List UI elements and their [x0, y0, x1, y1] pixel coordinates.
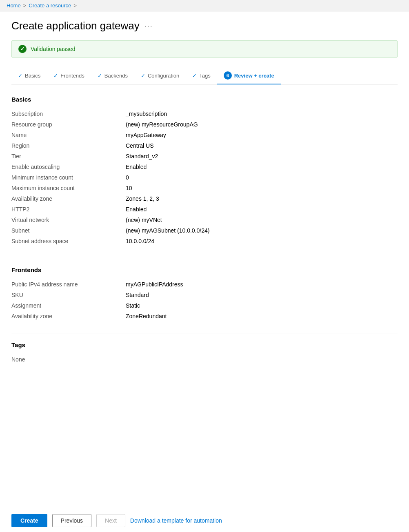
table-row: Region Central US — [11, 140, 398, 151]
field-label: Region — [11, 140, 126, 151]
field-label: Maximum instance count — [11, 183, 126, 193]
field-label: Availability zone — [11, 311, 126, 321]
field-value: 10 — [126, 183, 398, 193]
table-row: None — [11, 354, 398, 365]
top-bar: Home > Create a resource > — [0, 0, 409, 11]
table-row: Assignment Static — [11, 300, 398, 311]
tab-tags[interactable]: ✓ Tags — [186, 69, 217, 84]
frontends-table: Public IPv4 address name myAGPublicIPAdd… — [11, 279, 398, 321]
field-value: Zones 1, 2, 3 — [126, 193, 398, 204]
main-content: Create application gateway ··· Validatio… — [0, 11, 409, 409]
field-label: Name — [11, 130, 126, 140]
table-row: Resource group (new) myResourceGroupAG — [11, 119, 398, 130]
section-title-tags: Tags — [11, 341, 398, 348]
tab-label-configuration: Configuration — [148, 73, 179, 79]
next-button: Next — [96, 514, 125, 527]
tab-label-tags: Tags — [199, 73, 210, 79]
tab-check-backends: ✓ — [98, 73, 102, 79]
field-value: ZoneRedundant — [126, 311, 398, 321]
basics-table: Subscription _mysubscription Resource gr… — [11, 109, 398, 246]
tab-frontends[interactable]: ✓ Frontends — [47, 69, 91, 84]
tab-label-backends: Backends — [104, 73, 128, 79]
table-row: Availability zone Zones 1, 2, 3 — [11, 193, 398, 204]
field-label-none: None — [11, 354, 126, 365]
field-value: Standard — [126, 290, 398, 300]
field-value: Enabled — [126, 162, 398, 172]
field-value: (new) myResourceGroupAG — [126, 119, 398, 130]
field-value: (new) myVNet — [126, 215, 398, 225]
table-row: Public IPv4 address name myAGPublicIPAdd… — [11, 279, 398, 290]
table-row: Virtual network (new) myVNet — [11, 215, 398, 225]
field-label: Availability zone — [11, 193, 126, 204]
field-value: myAGPublicIPAddress — [126, 279, 398, 290]
tab-label-review: Review + create — [234, 73, 274, 79]
table-row: Name myAppGateway — [11, 130, 398, 140]
breadcrumb-create-resource[interactable]: Create a resource — [29, 2, 71, 9]
field-value: 0 — [126, 172, 398, 183]
field-label: Resource group — [11, 119, 126, 130]
table-row: HTTP2 Enabled — [11, 204, 398, 215]
section-title-frontends: Frontends — [11, 266, 398, 273]
breadcrumb-home[interactable]: Home — [7, 2, 21, 9]
more-options-button[interactable]: ··· — [144, 22, 153, 30]
bottom-bar: Create Previous Next Download a template… — [0, 509, 409, 532]
field-value: 10.0.0.0/24 — [126, 236, 398, 246]
tags-table: None — [11, 354, 398, 365]
field-label: Public IPv4 address name — [11, 279, 126, 290]
divider-1 — [11, 258, 398, 258]
download-template-link[interactable]: Download a template for automation — [130, 517, 222, 524]
field-value: (new) myAGSubnet (10.0.0.0/24) — [126, 225, 398, 236]
field-value-none — [126, 354, 398, 365]
breadcrumb: Home > Create a resource > — [7, 2, 402, 9]
field-label: HTTP2 — [11, 204, 126, 215]
tab-basics[interactable]: ✓ Basics — [11, 69, 47, 84]
field-value: Standard_v2 — [126, 151, 398, 162]
field-value: Central US — [126, 140, 398, 151]
field-label: Subnet address space — [11, 236, 126, 246]
validation-icon — [18, 45, 27, 53]
table-row: Subnet address space 10.0.0.0/24 — [11, 236, 398, 246]
tab-backends[interactable]: ✓ Backends — [91, 69, 134, 84]
field-label: SKU — [11, 290, 126, 300]
table-row: Subnet (new) myAGSubnet (10.0.0.0/24) — [11, 225, 398, 236]
section-title-basics: Basics — [11, 96, 398, 103]
tab-label-frontends: Frontends — [60, 73, 84, 79]
table-row: Enable autoscaling Enabled — [11, 162, 398, 172]
tab-check-tags: ✓ — [192, 73, 197, 79]
divider-2 — [11, 333, 398, 333]
tab-check-frontends: ✓ — [53, 73, 58, 79]
table-row: Minimum instance count 0 — [11, 172, 398, 183]
table-row: Maximum instance count 10 — [11, 183, 398, 193]
breadcrumb-sep1: > — [23, 2, 27, 9]
previous-button[interactable]: Previous — [52, 514, 91, 527]
table-row: SKU Standard — [11, 290, 398, 300]
field-value: _mysubscription — [126, 109, 398, 119]
field-label: Tier — [11, 151, 126, 162]
field-label: Enable autoscaling — [11, 162, 126, 172]
validation-text: Validation passed — [31, 46, 75, 52]
tab-check-basics: ✓ — [18, 73, 22, 79]
validation-banner: Validation passed — [11, 40, 398, 58]
tab-check-configuration: ✓ — [141, 73, 145, 79]
field-value: myAppGateway — [126, 130, 398, 140]
tabs: ✓ Basics ✓ Frontends ✓ Backends ✓ Config… — [11, 67, 398, 84]
tab-number-review: 6 — [224, 71, 232, 80]
section-basics: Basics Subscription _mysubscription Reso… — [11, 96, 398, 246]
field-label: Subnet — [11, 225, 126, 236]
section-frontends: Frontends Public IPv4 address name myAGP… — [11, 266, 398, 321]
tab-configuration[interactable]: ✓ Configuration — [134, 69, 186, 84]
create-button[interactable]: Create — [11, 514, 47, 527]
table-row: Availability zone ZoneRedundant — [11, 311, 398, 321]
table-row: Tier Standard_v2 — [11, 151, 398, 162]
breadcrumb-sep2: > — [73, 2, 77, 9]
field-label: Subscription — [11, 109, 126, 119]
tab-review[interactable]: 6 Review + create — [217, 67, 281, 84]
section-tags: Tags None — [11, 341, 398, 365]
field-label: Assignment — [11, 300, 126, 311]
page-title: Create application gateway — [11, 20, 140, 32]
field-label: Minimum instance count — [11, 172, 126, 183]
page-title-row: Create application gateway ··· — [11, 20, 398, 32]
field-value: Enabled — [126, 204, 398, 215]
table-row: Subscription _mysubscription — [11, 109, 398, 119]
field-value: Static — [126, 300, 398, 311]
